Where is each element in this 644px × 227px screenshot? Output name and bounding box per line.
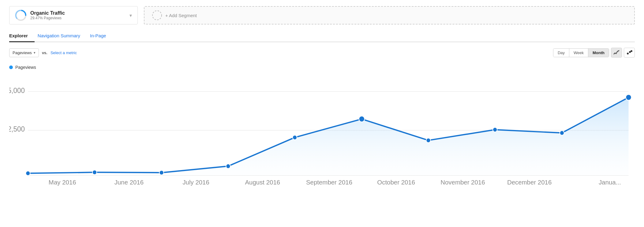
svg-point-11 [26,171,30,176]
legend-label: Pageviews [15,65,36,70]
day-button[interactable]: Day [553,49,569,57]
add-segment-button[interactable]: + Add Segment [144,6,635,24]
chart-area: Pageviews 5,000 2,500 [9,65,635,188]
svg-point-20 [626,95,631,100]
week-button[interactable]: Week [569,49,588,57]
organic-traffic-pill[interactable]: Organic Traffic 29.47% Pageviews ▾ [9,6,138,24]
metric-label: Pageviews [13,50,32,55]
tab-in-page[interactable]: In-Page [90,30,113,42]
svg-point-18 [493,128,497,132]
svg-text:November 2016: November 2016 [440,179,485,186]
chevron-down-icon: ▾ [129,13,132,18]
svg-text:5,000: 5,000 [9,86,25,94]
svg-point-17 [426,138,430,143]
controls-right: Day Week Month [553,48,635,58]
svg-text:2,500: 2,500 [9,125,25,133]
svg-point-12 [92,170,97,175]
svg-marker-10 [28,97,628,175]
time-button-group: Day Week Month [553,48,609,57]
tab-navigation-summary[interactable]: Navigation Summary [38,30,87,42]
add-segment-circle-icon [152,10,162,20]
organic-traffic-icon [15,9,27,21]
segment-subtitle: 29.47% Pageviews [30,16,126,20]
month-button[interactable]: Month [588,49,609,57]
svg-text:October 2016: October 2016 [377,179,415,186]
scatter-icon [626,50,632,55]
svg-point-19 [560,131,564,135]
svg-point-14 [226,164,230,169]
segment-pill-text: Organic Traffic 29.47% Pageviews [30,10,126,20]
svg-text:Janua...: Janua... [599,179,621,186]
legend-dot [9,65,13,69]
svg-text:December 2016: December 2016 [507,179,552,186]
scatter-view-button[interactable] [624,48,635,58]
svg-point-2 [627,53,629,54]
svg-point-16 [359,116,365,122]
chart-legend: Pageviews [9,65,635,70]
svg-text:August 2016: August 2016 [245,179,280,186]
chart-wrapper: 5,000 2,500 May 2016 [9,72,635,188]
add-segment-label: + Add Segment [165,13,197,18]
svg-text:September 2016: September 2016 [306,179,352,186]
line-chart-view-button[interactable] [611,48,622,58]
metric-dropdown[interactable]: Pageviews ▾ [9,48,39,57]
metric-chevron-icon: ▾ [34,51,36,55]
svg-text:June 2016: June 2016 [114,179,144,186]
svg-text:July 2016: July 2016 [182,179,209,186]
svg-point-13 [159,170,164,175]
segment-title: Organic Traffic [30,10,126,16]
main-container: Organic Traffic 29.47% Pageviews ▾ + Add… [0,0,644,195]
svg-point-15 [293,135,297,140]
svg-point-4 [631,50,632,52]
svg-point-1 [152,11,162,20]
svg-text:May 2016: May 2016 [49,179,76,186]
tab-explorer[interactable]: Explorer [9,30,35,42]
line-chart-icon [613,50,620,55]
controls-row: Pageviews ▾ vs. Select a metric Day Week… [9,48,635,58]
segment-bar: Organic Traffic 29.47% Pageviews ▾ + Add… [9,6,635,24]
controls-left: Pageviews ▾ vs. Select a metric [9,48,77,57]
vs-label: vs. [42,50,47,55]
tab-bar: Explorer Navigation Summary In-Page [9,30,635,42]
svg-point-3 [629,51,631,53]
chart-svg: 5,000 2,500 May 2016 [9,72,635,188]
select-metric-link[interactable]: Select a metric [51,50,77,55]
